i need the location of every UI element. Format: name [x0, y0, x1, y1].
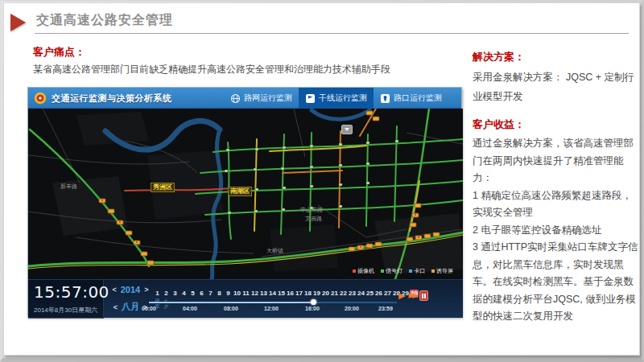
legend-item: 卡口	[409, 267, 425, 275]
timeline-tick-label: 20:00	[345, 306, 359, 311]
timeline-bar: 15:57:00 2014年8月30日星期六 < 2014 > < 八月 > 1…	[28, 279, 463, 318]
benefit-heading: 客户收益：	[473, 117, 525, 132]
year-next-button[interactable]: >	[144, 286, 148, 294]
tab-intersection-monitor[interactable]: 路口运行监测	[374, 88, 448, 109]
timeline-slider-handle[interactable]	[311, 299, 316, 305]
map-label: 新丰路	[60, 183, 77, 191]
map-dropdown-button[interactable]	[341, 125, 353, 134]
playback-controls: ▶ ▶▶	[398, 290, 428, 301]
traffic-map[interactable]: 秀洲区南湖区中山东路文昌路大桥镇新丰路 干线决策 干线筛选	[28, 109, 463, 279]
tab-road-network-monitor[interactable]: 路网运行监测	[224, 88, 299, 109]
legend-item: 信号灯	[381, 267, 402, 275]
year-prev-button[interactable]: <	[112, 286, 116, 294]
legend-dot-icon	[353, 269, 356, 273]
clock-date: 2014年8月30日星期六	[34, 306, 97, 315]
legend-dot-icon	[409, 269, 412, 273]
timeline-tick-label: 16:00	[305, 306, 320, 311]
route-flag-icon	[305, 93, 316, 104]
tab-label: 干线运行监测	[319, 93, 367, 104]
tab-trunk-line-monitor[interactable]: 干线运行监测	[299, 88, 374, 109]
year-value: 2014	[121, 285, 140, 294]
map-label: 大桥镇	[266, 247, 283, 255]
tab-label: 路网运行监测	[244, 93, 292, 104]
timeline-tick-label: 08:00	[224, 306, 238, 311]
title-divider	[35, 33, 629, 34]
slide: 交通高速公路安全管理 客户痛点： 某省高速公路管理部门目前缺乏精确提升高速公路安…	[3, 2, 640, 356]
legend-dot-icon	[431, 269, 435, 273]
pain-body: 某省高速公路管理部门目前缺乏精确提升高速公路安全管理和治理能力技术辅助手段	[33, 61, 452, 78]
timeline-tick-label: 00:00	[142, 306, 156, 311]
title-arrow-icon	[10, 14, 26, 31]
pain-heading: 客户痛点：	[33, 45, 85, 60]
solution-heading: 解决方案：	[473, 50, 525, 64]
stop-button[interactable]	[419, 290, 428, 301]
app-tabs: 路网运行监测 干线运行监测 路口运行监测	[224, 88, 448, 109]
clock-time: 15:57:00	[34, 282, 109, 302]
timeline-tick-label: 23:59	[378, 306, 393, 311]
map-legend: 摄像机信号灯卡口诱导屏	[353, 267, 453, 275]
app-title: 交通运行监测与决策分析系统	[52, 93, 172, 105]
monitoring-app-window: 交通运行监测与决策分析系统 路网运行监测 干线运行监测	[27, 87, 462, 317]
play-button[interactable]: ▶	[398, 291, 405, 300]
legend-item: 诱导屏	[431, 267, 453, 275]
app-header: 交通运行监测与决策分析系统 路网运行监测 干线运行监测	[28, 88, 461, 109]
chevron-down-icon	[345, 128, 349, 131]
globe-icon	[230, 93, 241, 104]
clock-panel: 15:57:00 2014年8月30日星期六	[28, 280, 104, 319]
timeline-tick-label: 12:00	[264, 306, 279, 311]
solution-body: 采用金泉解决方案： JQSC + 定制行业模型开发	[473, 68, 637, 107]
map-label: 南湖区	[228, 187, 252, 196]
tab-label: 路口运行监测	[394, 93, 442, 104]
legend-dot-icon	[381, 269, 384, 273]
map-label: 中山东路	[300, 206, 323, 214]
month-value: 八月	[122, 301, 139, 313]
map-label: 秀洲区	[151, 183, 175, 192]
map-pin-icon	[380, 93, 390, 104]
month-prev-button[interactable]: <	[114, 303, 118, 311]
timeline-tick-label: 04:00	[183, 306, 197, 311]
police-badge-icon	[34, 92, 47, 105]
benefit-body: 通过金泉解决方案，该省高速管理部门在两周内快速提升了精准管理能力： 1 精确定位…	[473, 135, 638, 326]
year-selector: < 2014 >	[107, 285, 154, 294]
timeline-progress	[149, 302, 314, 303]
page-title: 交通高速公路安全管理	[36, 12, 173, 29]
fast-forward-button[interactable]: ▶▶	[408, 291, 416, 300]
legend-item: 摄像机	[353, 267, 374, 275]
map-label: 文昌路	[305, 215, 322, 223]
